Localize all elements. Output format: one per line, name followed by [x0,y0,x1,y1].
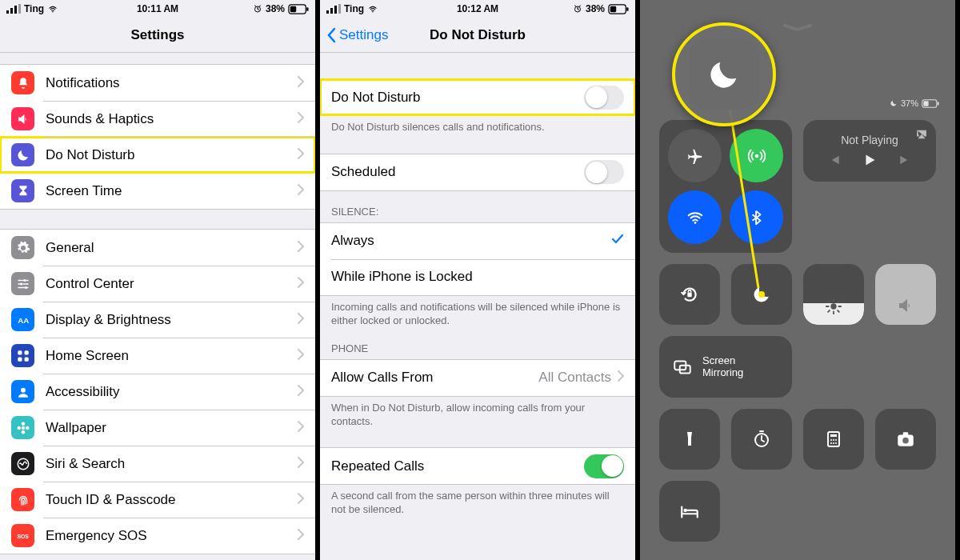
sun-icon [825,298,842,315]
settings-row-homescreen[interactable]: Home Screen [0,338,315,374]
row-label: Emergency SOS [46,528,298,544]
airplane-button[interactable] [668,129,722,182]
dnd-screen: Ting 10:12 AM 38% Settings Do Not Distur… [320,0,640,560]
settings-row-sounds[interactable]: Sounds & Haptics [0,101,315,137]
brightness-slider[interactable] [803,264,864,325]
chevron-right-icon [298,241,304,255]
row-label: Do Not Disturb [46,147,298,163]
calculator-button[interactable] [803,409,864,470]
footer-text: Incoming calls and notifications will be… [320,296,635,328]
chevron-right-icon [298,349,304,363]
mirror-label: Screen Mirroring [702,355,750,378]
row-label: Touch ID & Passcode [46,492,298,508]
settings-row-accessibility[interactable]: Accessibility [0,374,315,410]
settings-row-general[interactable]: General [0,230,315,266]
row-label: Repeated Calls [331,458,584,474]
chevron-right-icon [298,148,304,162]
chevron-right-icon [298,385,304,399]
settings-row-controlcenter[interactable]: Control Center [0,266,315,302]
control-center: 37% Not Playing [640,0,960,560]
settings-row-display[interactable]: Display & Brightness [0,302,315,338]
clock: 10:11 AM [0,3,315,14]
settings-row-touchid[interactable]: Touch ID & Passcode [0,482,315,518]
settings-row-screentime[interactable]: Screen Time [0,173,315,209]
prev-icon[interactable] [829,153,843,167]
chevron-right-icon [298,493,304,507]
cc-grid: Not Playing Screen Mirroring [659,120,936,542]
row-label: Siri & Search [46,456,298,472]
sos-icon [11,524,34,547]
allow-calls-row[interactable]: Allow Calls From All Contacts [320,360,635,396]
row-label: Screen Time [46,183,298,199]
cc-status-bar: 37% [890,98,939,108]
notifications-icon [11,71,34,94]
chevron-right-icon [298,184,304,198]
chevron-right-icon [298,421,304,435]
dnd-icon [11,143,34,166]
section-header: PHONE [320,328,635,359]
status-bar: Ting 10:12 AM 38% [320,0,635,18]
dnd-list[interactable]: Do Not Disturb Do Not Disturb silences c… [320,53,635,560]
scheduled-row[interactable]: Scheduled [320,154,635,190]
bedtime-button[interactable] [659,481,720,542]
nav-bar: Settings Do Not Disturb [320,18,635,53]
dnd-toggle[interactable] [584,86,624,110]
scheduled-toggle[interactable] [584,160,624,184]
settings-row-notifications[interactable]: Notifications [0,65,315,101]
settings-row-siri[interactable]: Siri & Search [0,446,315,482]
siri-icon [11,452,34,475]
row-label: Wallpaper [46,420,298,436]
flashlight-button[interactable] [659,409,720,470]
row-label: Notifications [46,75,298,91]
silence-always-row[interactable]: Always [320,223,635,259]
row-label: Sounds & Haptics [46,111,298,127]
silence-locked-row[interactable]: While iPhone is Locked [320,259,635,295]
nav-bar: Settings [0,18,315,53]
repeated-calls-row[interactable]: Repeated Calls [320,448,635,484]
moon-icon [890,99,898,107]
settings-screen: Ting 10:11 AM 38% Settings Notifications… [0,0,320,560]
chevron-right-icon [298,76,304,90]
row-label: Control Center [46,276,298,292]
page-title: Settings [130,27,184,43]
row-label: While iPhone is Locked [331,269,624,285]
airplay-icon[interactable] [915,128,928,141]
sounds-icon [11,107,34,130]
next-icon[interactable] [896,153,910,167]
timer-button[interactable] [731,409,792,470]
footer-text: Do Not Disturb silences calls and notifi… [320,116,635,134]
orientation-lock-button[interactable] [659,264,720,325]
grabber-icon[interactable] [782,22,814,32]
chevron-right-icon [298,457,304,471]
row-detail: All Contacts [538,370,611,386]
battery-pct: 37% [901,98,918,108]
footer-text: When in Do Not Disturb, allow incoming c… [320,397,635,429]
screentime-icon [11,179,34,202]
dnd-toggle-row[interactable]: Do Not Disturb [320,79,635,115]
volume-slider[interactable] [875,264,936,325]
settings-row-dnd[interactable]: Do Not Disturb [0,137,315,173]
wallpaper-icon [11,416,34,439]
media-tile[interactable]: Not Playing [803,120,936,182]
back-button[interactable]: Settings [326,27,388,43]
row-label: Allow Calls From [331,370,538,386]
moon-icon [706,56,742,93]
row-label: Always [331,233,611,249]
wifi-button[interactable] [668,190,722,244]
settings-list[interactable]: NotificationsSounds & HapticsDo Not Dist… [0,53,315,560]
camera-button[interactable] [875,409,936,470]
play-icon[interactable] [861,151,878,169]
touchid-icon [11,488,34,511]
media-title: Not Playing [841,134,898,146]
chevron-right-icon [298,529,304,543]
controlcenter-icon [11,272,34,295]
screen-mirroring-button[interactable]: Screen Mirroring [659,336,792,398]
settings-row-wallpaper[interactable]: Wallpaper [0,410,315,446]
clock: 10:12 AM [320,3,635,14]
section-header: SILENCE: [320,191,635,222]
footer-text: A second call from the same person withi… [320,485,635,517]
repeated-toggle[interactable] [584,454,624,478]
settings-row-sos[interactable]: Emergency SOS [0,518,315,554]
row-label: General [46,240,298,256]
page-title: Do Not Disturb [430,27,526,43]
